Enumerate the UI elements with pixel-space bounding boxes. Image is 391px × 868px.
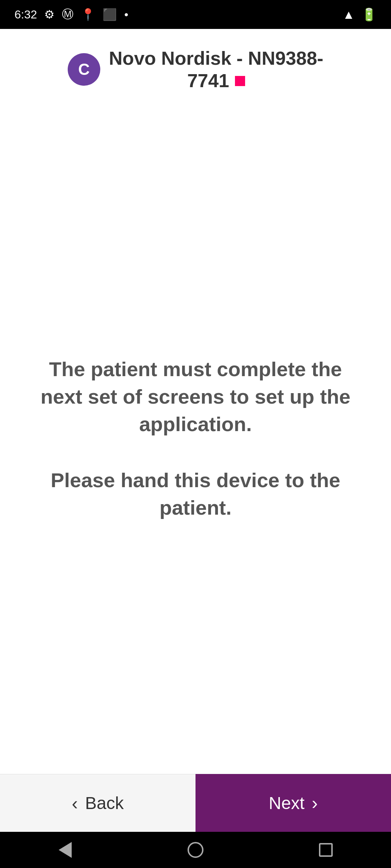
status-bar: 6:32 ⚙ Ⓜ 📍 ⬛ • ▲ 🔋 [0, 0, 391, 29]
battery-icon: 🔋 [361, 7, 377, 22]
wifi-icon: ▲ [342, 8, 355, 22]
android-back-button[interactable] [54, 839, 76, 861]
back-label: Back [85, 793, 124, 813]
bottom-nav: ‹ Back Next › [0, 774, 391, 832]
header-title-line1: Novo Nordisk - NN9388- [109, 47, 323, 69]
dot-indicator: • [124, 8, 128, 21]
settings-icon: ⚙ [44, 8, 55, 21]
main-content: The patient must complete the next set o… [0, 103, 391, 774]
back-button[interactable]: ‹ Back [0, 774, 196, 832]
recent-square-icon [319, 843, 333, 857]
screenshot-icon: ⬛ [102, 8, 117, 21]
motorola-icon: Ⓜ [62, 7, 73, 22]
next-button[interactable]: Next › [196, 774, 391, 832]
back-triangle-icon [59, 842, 72, 858]
chevron-left-icon: ‹ [72, 793, 78, 814]
red-square-indicator [235, 76, 245, 86]
chevron-right-icon: › [312, 792, 318, 813]
avatar: C [68, 53, 100, 86]
home-circle-icon [188, 842, 203, 858]
location-icon: 📍 [81, 8, 95, 21]
android-recent-button[interactable] [315, 839, 337, 861]
app-header: C Novo Nordisk - NN9388- 7741 [0, 29, 391, 103]
header-title-line2-text: 7741 [187, 69, 229, 92]
status-time: 6:32 [14, 8, 37, 21]
android-home-button[interactable] [185, 839, 206, 861]
android-nav-bar [0, 832, 391, 868]
header-title-line2: 7741 [109, 69, 323, 92]
hand-device-text: Please hand this device to the patient. [29, 467, 362, 521]
status-bar-left: 6:32 ⚙ Ⓜ 📍 ⬛ • [14, 7, 128, 22]
status-bar-right: ▲ 🔋 [342, 7, 377, 22]
next-label: Next [269, 793, 304, 813]
instruction-text: The patient must complete the next set o… [29, 356, 362, 438]
